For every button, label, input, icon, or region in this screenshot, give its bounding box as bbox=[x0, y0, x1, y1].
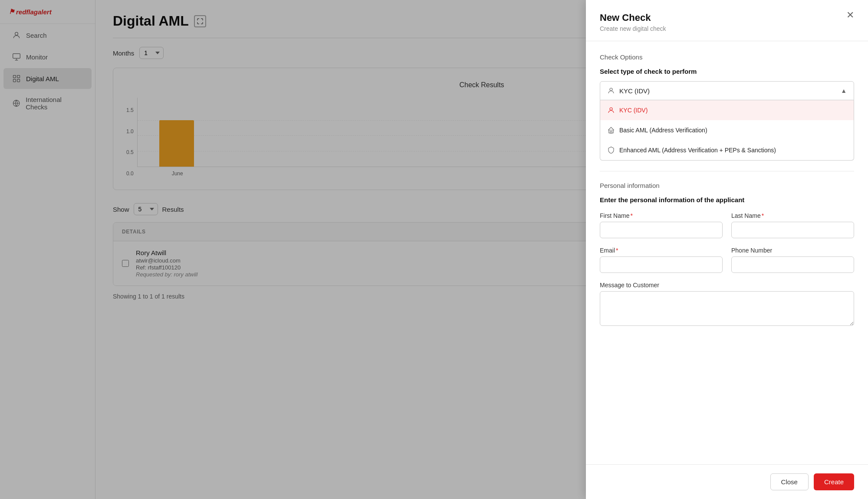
last-name-label: Last Name* bbox=[731, 212, 854, 219]
modal-subtitle: Create new digital check bbox=[600, 25, 854, 32]
first-name-input[interactable] bbox=[600, 222, 723, 238]
close-icon[interactable]: ✕ bbox=[846, 10, 854, 20]
modal-footer: Close Create bbox=[586, 464, 868, 499]
chevron-up-icon: ▲ bbox=[841, 87, 847, 94]
dropdown-item-enhanced-aml[interactable]: Enhanced AML (Address Verification + PEP… bbox=[600, 140, 854, 160]
email-phone-row: Email* Phone Number bbox=[600, 247, 854, 273]
person-kyc-icon bbox=[607, 106, 615, 114]
last-name-required: * bbox=[762, 212, 764, 219]
personal-info-label: Personal information bbox=[600, 182, 854, 189]
dropdown-item-kyc[interactable]: KYC (IDV) bbox=[600, 100, 854, 120]
first-name-required: * bbox=[630, 212, 632, 219]
first-name-field: First Name* bbox=[600, 212, 723, 238]
divider bbox=[600, 171, 854, 171]
email-label: Email* bbox=[600, 247, 723, 254]
select-type-label: Select type of check to perform bbox=[600, 68, 854, 75]
name-row: First Name* Last Name* bbox=[600, 212, 854, 238]
phone-field: Phone Number bbox=[731, 247, 854, 273]
selected-type-text: KYC (IDV) bbox=[619, 87, 650, 95]
modal-title: New Check bbox=[600, 12, 854, 23]
dropdown-enhanced-aml-label: Enhanced AML (Address Verification + PEP… bbox=[619, 147, 776, 154]
svg-point-7 bbox=[610, 88, 612, 91]
message-label: Message to Customer bbox=[600, 282, 854, 289]
dropdown-item-basic-aml[interactable]: Basic AML (Address Verification) bbox=[600, 120, 854, 140]
create-button[interactable]: Create bbox=[814, 473, 854, 490]
modal-header: New Check Create new digital check bbox=[586, 0, 868, 41]
dropdown-menu: KYC (IDV) Basic AML (Address Verificatio… bbox=[600, 100, 854, 161]
message-field: Message to Customer bbox=[600, 282, 854, 328]
modal-overlay: ✕ New Check Create new digital check Che… bbox=[0, 0, 868, 499]
shield-icon bbox=[607, 146, 615, 154]
check-type-selected-inner: KYC (IDV) bbox=[607, 87, 650, 95]
phone-input[interactable] bbox=[731, 256, 854, 273]
modal-body: Check Options Select type of check to pe… bbox=[586, 41, 868, 464]
svg-rect-10 bbox=[610, 131, 612, 133]
email-required: * bbox=[616, 247, 618, 254]
close-button[interactable]: Close bbox=[770, 473, 809, 490]
svg-point-8 bbox=[610, 108, 612, 110]
check-type-selected[interactable]: KYC (IDV) ▲ bbox=[600, 81, 854, 100]
last-name-field: Last Name* bbox=[731, 212, 854, 238]
modal-panel: ✕ New Check Create new digital check Che… bbox=[586, 0, 868, 499]
personal-prompt: Enter the personal information of the ap… bbox=[600, 196, 854, 204]
last-name-input[interactable] bbox=[731, 222, 854, 238]
dropdown-basic-aml-label: Basic AML (Address Verification) bbox=[619, 127, 707, 134]
check-options-label: Check Options bbox=[600, 53, 854, 61]
check-type-dropdown: KYC (IDV) ▲ KYC (IDV) Basic AML (Address… bbox=[600, 81, 854, 161]
person-select-icon bbox=[607, 87, 615, 95]
email-field: Email* bbox=[600, 247, 723, 273]
email-input[interactable] bbox=[600, 256, 723, 273]
first-name-label: First Name* bbox=[600, 212, 723, 219]
dropdown-kyc-label: KYC (IDV) bbox=[619, 107, 648, 114]
home-icon bbox=[607, 126, 615, 134]
phone-label: Phone Number bbox=[731, 247, 854, 254]
message-textarea[interactable] bbox=[600, 291, 854, 326]
